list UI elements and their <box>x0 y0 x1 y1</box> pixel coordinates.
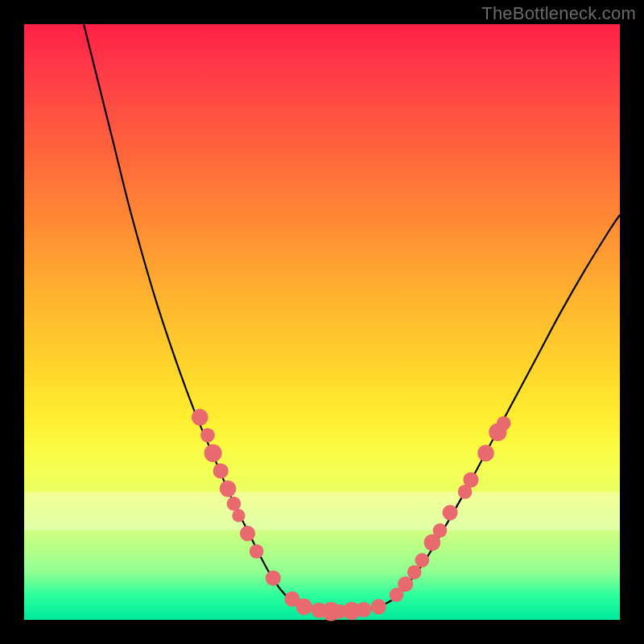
data-dot <box>371 599 386 614</box>
data-dot <box>213 463 229 478</box>
data-dot <box>220 481 237 497</box>
data-dot <box>204 444 221 462</box>
data-dot <box>477 444 494 461</box>
data-dot <box>200 428 215 443</box>
curve-svg <box>24 24 620 620</box>
data-dot <box>407 565 422 580</box>
data-dot <box>356 602 371 617</box>
data-dot <box>192 409 208 426</box>
plot-area <box>24 24 620 620</box>
watermark-text: TheBottleneck.com <box>481 3 636 24</box>
chart-frame: TheBottleneck.com <box>0 0 644 644</box>
data-dot <box>415 553 429 568</box>
data-dot <box>442 505 457 520</box>
data-dot <box>250 544 264 559</box>
data-dot <box>295 598 312 615</box>
data-dots <box>192 409 511 621</box>
data-dot <box>240 526 255 541</box>
data-dot <box>266 571 281 586</box>
data-dot <box>232 509 245 522</box>
data-dot <box>463 472 478 487</box>
bottleneck-curve <box>84 24 620 612</box>
data-dot <box>398 576 413 592</box>
data-dot <box>433 523 448 538</box>
data-dot <box>227 497 242 511</box>
data-dot <box>497 416 511 431</box>
